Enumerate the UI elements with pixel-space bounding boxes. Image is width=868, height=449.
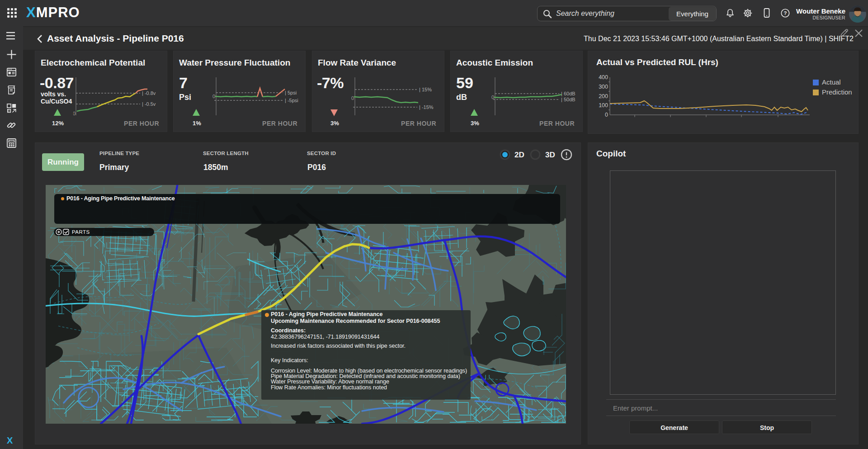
svg-text:3D: 3D (545, 151, 555, 159)
svg-text:| 60dB: | 60dB (561, 91, 576, 96)
svg-text:| 5psi: | 5psi (285, 90, 297, 95)
svg-text:| 50dB: | 50dB (561, 97, 576, 102)
svg-text:400: 400 (599, 74, 608, 80)
svg-text:Actual: Actual (822, 78, 841, 86)
svg-text:| -15%: | -15% (419, 104, 434, 110)
svg-text:0: 0 (605, 112, 608, 118)
svg-text:100: 100 (599, 102, 608, 109)
svg-text:0: 0 (351, 95, 354, 101)
svg-text:| 15%: | 15% (419, 87, 432, 92)
svg-text:0: 0 (491, 95, 494, 100)
svg-text:0: 0 (212, 94, 215, 99)
svg-text:2D: 2D (514, 151, 524, 159)
svg-text:300: 300 (599, 84, 608, 90)
svg-text:200: 200 (599, 93, 608, 99)
svg-text:0: 0 (73, 111, 75, 116)
svg-text:| -0.8v: | -0.8v (142, 90, 156, 96)
svg-text:| -0.5v: | -0.5v (142, 101, 156, 107)
svg-text:| -5psi: | -5psi (285, 98, 298, 103)
svg-text:Prediction: Prediction (822, 88, 852, 96)
